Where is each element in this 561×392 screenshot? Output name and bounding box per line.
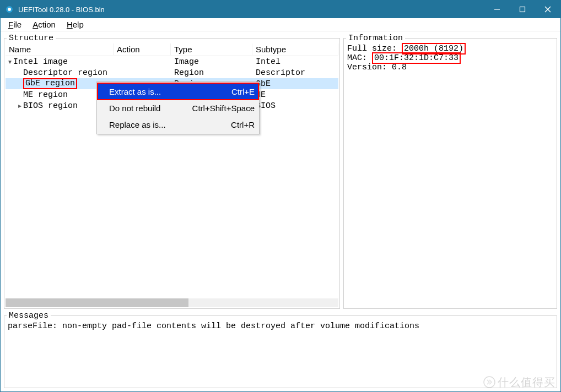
tree-row-name: Intel image [13, 57, 68, 67]
app-window: UEFITool 0.28.0 - BIOS.bin File Action H… [0, 0, 561, 392]
titlebar: UEFITool 0.28.0 - BIOS.bin [1, 1, 560, 18]
tree-row-subtype: GbE [252, 79, 338, 89]
minimize-button[interactable] [484, 1, 510, 18]
tree-row[interactable]: ▾Intel imageImageIntel [6, 56, 338, 67]
tree-row-name: Descriptor region [23, 68, 107, 78]
context-menu-label: Extract as is... [109, 87, 224, 96]
maximize-button[interactable] [510, 1, 535, 18]
tree-row-type: Region [171, 68, 252, 78]
message-line[interactable]: parseFile: non-empty pad-file contents w… [8, 322, 553, 331]
tree-row-type: Image [171, 57, 252, 67]
messages-body[interactable]: parseFile: non-empty pad-file contents w… [4, 320, 557, 332]
context-menu-label: Replace as is... [109, 120, 223, 129]
tree-row-name: ME region [23, 90, 68, 100]
info-version-value: 0.8 [392, 63, 407, 72]
tree-row-name: BIOS region [23, 101, 78, 111]
tree-header: Name Action Type Subtype [6, 43, 338, 56]
col-subtype[interactable]: Subtype [252, 43, 338, 55]
info-mac: MAC: 00:1F:32:1D:C7:33 [347, 53, 553, 63]
tree-row-subtype: ME [252, 90, 338, 100]
app-icon [5, 5, 14, 14]
tree-row-subtype: BIOS [252, 101, 338, 111]
tree-row-subtype: Intel [252, 57, 338, 67]
scrollbar-thumb[interactable] [6, 298, 188, 307]
top-row: Structure Name Action Type Subtype ▾Inte… [4, 34, 557, 309]
context-menu-item[interactable]: Do not rebuildCtrl+Shift+Space [97, 100, 259, 116]
structure-tree: Name Action Type Subtype ▾Intel imageIma… [6, 43, 338, 307]
context-menu-shortcut: Ctrl+Shift+Space [192, 104, 255, 113]
menu-action[interactable]: Action [27, 19, 61, 30]
structure-legend: Structure [7, 34, 56, 43]
context-menu-item[interactable]: Replace as is...Ctrl+R [97, 116, 259, 133]
messages-legend: Messages [7, 311, 51, 320]
context-menu-shortcut: Ctrl+R [231, 120, 255, 129]
tree-row[interactable]: Descriptor regionRegionDescriptor [6, 67, 338, 78]
context-menu-shortcut: Ctrl+E [231, 87, 255, 96]
window-title: UEFITool 0.28.0 - BIOS.bin [18, 6, 484, 14]
tree-row-subtype: Descriptor [252, 68, 338, 78]
col-name[interactable]: Name [6, 43, 114, 55]
info-mac-value: 00:1F:32:1D:C7:33 [372, 52, 461, 64]
window-buttons [484, 1, 560, 18]
menubar: File Action Help [1, 18, 560, 31]
svg-rect-3 [520, 7, 525, 12]
menu-file[interactable]: File [3, 19, 27, 30]
chevron-right-icon[interactable]: ▸ [15, 101, 23, 111]
context-menu-label: Do not rebuild [109, 104, 185, 113]
svg-point-1 [8, 8, 11, 11]
tree-body[interactable]: ▾Intel imageImageIntelDescriptor regionR… [6, 56, 338, 298]
info-version: Version: 0.8 [347, 63, 553, 72]
structure-panel: Structure Name Action Type Subtype ▾Inte… [4, 34, 340, 309]
information-panel: Information Full size: 2000h (8192) MAC:… [343, 34, 557, 309]
content-area: Structure Name Action Type Subtype ▾Inte… [1, 31, 560, 391]
tree-row-name: GbE region [23, 78, 77, 89]
col-action[interactable]: Action [114, 43, 171, 55]
col-type[interactable]: Type [171, 43, 252, 55]
context-menu: Extract as is...Ctrl+EDo not rebuildCtrl… [96, 81, 260, 134]
close-button[interactable] [535, 1, 560, 18]
messages-panel: Messages parseFile: non-empty pad-file c… [4, 311, 557, 388]
information-legend: Information [346, 34, 405, 43]
chevron-down-icon[interactable]: ▾ [6, 57, 13, 67]
menu-help[interactable]: Help [61, 19, 89, 30]
horizontal-scrollbar[interactable] [6, 298, 338, 307]
information-body: Full size: 2000h (8192) MAC: 00:1F:32:1D… [344, 43, 557, 73]
context-menu-item[interactable]: Extract as is...Ctrl+E [97, 83, 259, 100]
